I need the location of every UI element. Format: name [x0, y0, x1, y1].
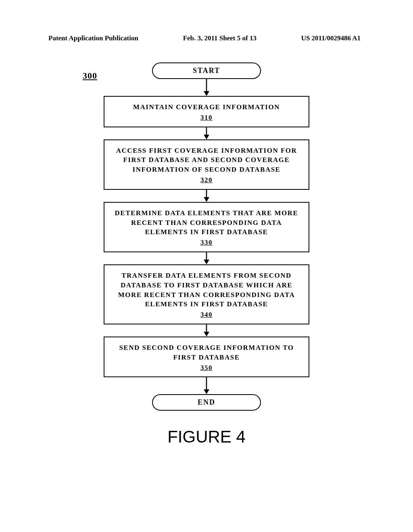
arrow-icon	[96, 324, 317, 337]
svg-marker-7	[204, 260, 209, 264]
terminal-end: END	[152, 394, 261, 411]
step-text: SEND SECOND COVERAGE INFORMATION TO FIRS…	[112, 343, 301, 362]
figure-label: FIGURE 4	[0, 427, 413, 447]
arrow-icon	[96, 252, 317, 264]
header-left: Patent Application Publication	[48, 34, 138, 42]
process-step-310: MAINTAIN COVERAGE INFORMATION 310	[104, 96, 309, 127]
step-number: 340	[200, 310, 213, 320]
process-step-320: ACCESS FIRST COVERAGE INFORMATION FOR FI…	[104, 139, 309, 190]
page-header: Patent Application Publication Feb. 3, 2…	[0, 34, 413, 42]
step-text: DETERMINE DATA ELEMENTS THAT ARE MORE RE…	[112, 208, 301, 237]
flowchart: START MAINTAIN COVERAGE INFORMATION 310 …	[96, 62, 317, 411]
svg-marker-9	[204, 332, 209, 337]
terminal-start: START	[152, 62, 261, 79]
header-center: Feb. 3, 2011 Sheet 5 of 13	[183, 34, 257, 42]
process-step-350: SEND SECOND COVERAGE INFORMATION TO FIRS…	[104, 337, 309, 377]
step-text: MAINTAIN COVERAGE INFORMATION	[112, 102, 301, 112]
arrow-icon	[96, 127, 317, 139]
step-number: 330	[200, 238, 213, 247]
header-right: US 2011/0029486 A1	[301, 34, 361, 42]
svg-marker-1	[204, 91, 209, 96]
step-number: 350	[200, 363, 213, 373]
step-text: TRANSFER DATA ELEMENTS FROM SECOND DATAB…	[112, 271, 301, 309]
step-number: 320	[200, 175, 213, 185]
process-step-340: TRANSFER DATA ELEMENTS FROM SECOND DATAB…	[104, 264, 309, 324]
step-text: ACCESS FIRST COVERAGE INFORMATION FOR FI…	[112, 146, 301, 175]
arrow-icon	[96, 190, 317, 202]
svg-marker-5	[204, 197, 209, 202]
arrow-icon	[96, 377, 317, 394]
svg-marker-3	[204, 135, 209, 139]
arrow-icon	[96, 79, 317, 96]
step-number: 310	[200, 113, 213, 123]
svg-marker-11	[204, 389, 209, 394]
process-step-330: DETERMINE DATA ELEMENTS THAT ARE MORE RE…	[104, 202, 309, 252]
flowchart-reference-number: 300	[83, 71, 97, 81]
